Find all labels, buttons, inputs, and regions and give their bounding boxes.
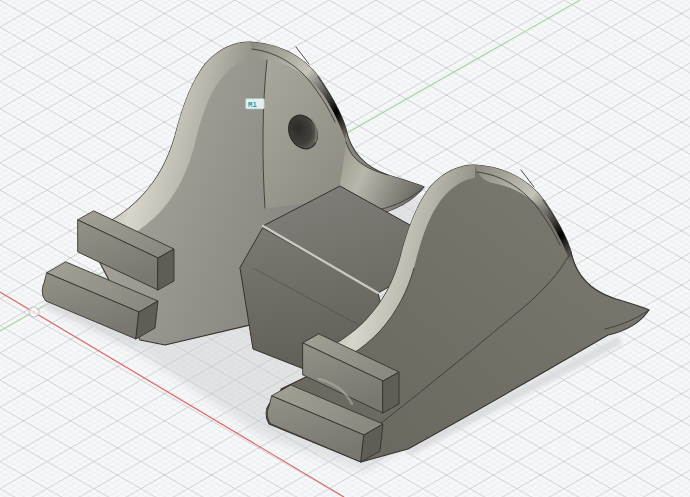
- badge-label: M1: [248, 101, 257, 109]
- cad-viewport[interactable]: M1: [0, 0, 690, 497]
- origin-marker[interactable]: [29, 307, 39, 317]
- viewport-badge: M1: [246, 99, 265, 110]
